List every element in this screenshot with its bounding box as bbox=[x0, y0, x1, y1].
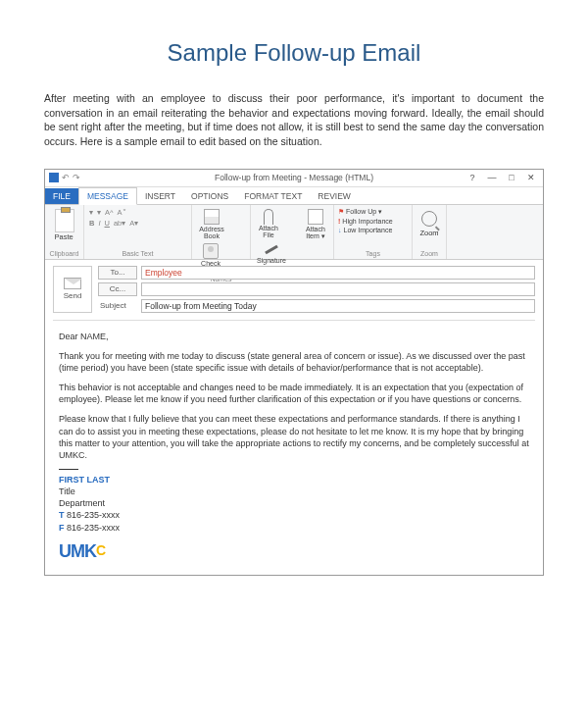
signature-name: FIRST LAST bbox=[59, 474, 529, 486]
signature-title: Title bbox=[59, 486, 529, 497]
send-button[interactable]: Send bbox=[53, 266, 92, 313]
format-row: B I U ab▾ A▾ bbox=[88, 218, 187, 229]
paste-label: Paste bbox=[55, 232, 74, 241]
font-row: ▾▾ A^A˅ bbox=[88, 207, 187, 218]
envelope-icon bbox=[64, 278, 81, 289]
attach-file-label: Attach File bbox=[257, 225, 280, 238]
header-fields: To... Cc... Subject bbox=[98, 266, 535, 316]
address-book-label: Address Book bbox=[198, 226, 225, 239]
cc-button[interactable]: Cc... bbox=[98, 282, 137, 296]
tab-insert[interactable]: INSERT bbox=[137, 188, 183, 204]
signature-icon bbox=[265, 244, 278, 254]
to-button[interactable]: To... bbox=[98, 266, 137, 280]
ribbon-group-basic-text: ▾▾ A^A˅ B I U ab▾ A▾ Basic Text bbox=[84, 205, 192, 259]
body-paragraph-3: Please know that I fully believe that yo… bbox=[59, 413, 529, 461]
cc-input[interactable] bbox=[141, 282, 535, 296]
page-title: Sample Follow-up Email bbox=[44, 39, 544, 67]
follow-up-button[interactable]: ⚑Follow Up ▾ bbox=[338, 207, 408, 217]
grow-font[interactable]: A^ bbox=[104, 208, 115, 217]
flag-icon: ⚑ bbox=[338, 208, 344, 216]
email-body[interactable]: Dear NAME, Thank you for meeting with me… bbox=[53, 320, 535, 569]
ribbon-group-zoom: Zoom Zoom bbox=[413, 205, 447, 259]
attach-item-icon bbox=[308, 209, 323, 225]
greeting: Dear NAME, bbox=[59, 331, 529, 342]
group-label-zoom: Zoom bbox=[420, 250, 438, 257]
zoom-button-label: Zoom bbox=[419, 229, 438, 237]
logo-text-accent: C bbox=[96, 542, 106, 558]
magnifier-icon[interactable] bbox=[421, 211, 437, 227]
intro-paragraph: After meeting with an employee to discus… bbox=[44, 91, 544, 149]
group-label-basic-text: Basic Text bbox=[88, 250, 187, 257]
bold-button[interactable]: B bbox=[88, 219, 95, 228]
send-label: Send bbox=[64, 291, 82, 300]
underline-button[interactable]: U bbox=[104, 219, 111, 228]
outlook-window: ↶ ↷ Follow-up from Meeting - Message (HT… bbox=[44, 169, 544, 576]
ribbon: Paste Clipboard ▾▾ A^A˅ B I U ab▾ A▾ Bas… bbox=[45, 205, 543, 260]
subject-row: Subject bbox=[98, 299, 535, 313]
window-title: Follow-up from Meeting - Message (HTML) bbox=[45, 173, 543, 182]
phone-f-value: 816-235-xxxx bbox=[67, 523, 120, 533]
ribbon-group-names: Address Book Check Names Names bbox=[192, 205, 251, 259]
phone-f-label: F bbox=[59, 523, 65, 533]
signature-department: Department bbox=[59, 497, 529, 509]
attach-item-button[interactable]: Attach Item ▾ bbox=[302, 207, 329, 239]
phone-t-value: 816-235-xxxx bbox=[67, 510, 120, 520]
high-importance-icon: ! bbox=[338, 218, 340, 225]
tab-format-text[interactable]: FORMAT TEXT bbox=[236, 188, 310, 204]
font-color-button[interactable]: A▾ bbox=[128, 219, 139, 228]
signature-phone-f: F 816-235-xxxx bbox=[59, 522, 529, 534]
body-paragraph-2: This behavior is not acceptable and chan… bbox=[59, 382, 529, 405]
document-page: Sample Follow-up Email After meeting wit… bbox=[0, 0, 588, 595]
low-importance-label: Low Importance bbox=[344, 227, 393, 233]
attach-item-label: Attach Item ▾ bbox=[304, 226, 327, 239]
signature-divider bbox=[59, 469, 78, 470]
paperclip-icon bbox=[264, 209, 273, 225]
low-importance-button[interactable]: ↓Low Importance bbox=[338, 226, 408, 234]
phone-t-label: T bbox=[59, 510, 65, 520]
tab-message[interactable]: MESSAGE bbox=[78, 187, 137, 205]
ribbon-group-tags: ⚑Follow Up ▾ !High Importance ↓Low Impor… bbox=[334, 205, 413, 259]
ribbon-group-clipboard: Paste Clipboard bbox=[45, 205, 84, 259]
subject-label: Subject bbox=[98, 301, 137, 310]
attach-file-button[interactable]: Attach File bbox=[255, 207, 282, 239]
high-importance-label: High Importance bbox=[342, 218, 392, 225]
tab-options[interactable]: OPTIONS bbox=[183, 188, 236, 204]
body-paragraph-1: Thank you for meeting with me today to d… bbox=[59, 350, 529, 374]
window-titlebar: ↶ ↷ Follow-up from Meeting - Message (HT… bbox=[45, 170, 543, 187]
font-size-selector[interactable]: ▾ bbox=[96, 208, 102, 217]
to-input[interactable] bbox=[141, 266, 535, 280]
ribbon-group-include: Attach File Attach Item ▾ Signature ▾ In… bbox=[251, 205, 334, 259]
highlight-button[interactable]: ab▾ bbox=[113, 219, 126, 228]
cc-row: Cc... bbox=[98, 282, 535, 296]
paste-button[interactable]: Paste bbox=[55, 207, 74, 241]
to-row: To... bbox=[98, 266, 535, 280]
tab-review[interactable]: REVIEW bbox=[310, 188, 359, 204]
clipboard-icon bbox=[55, 209, 74, 232]
umkc-logo: UMKC bbox=[59, 539, 529, 563]
address-book-icon bbox=[204, 209, 220, 225]
tab-file[interactable]: FILE bbox=[45, 188, 78, 204]
follow-up-label: Follow Up ▾ bbox=[346, 208, 382, 216]
font-selector[interactable]: ▾ bbox=[88, 208, 94, 217]
address-book-button[interactable]: Address Book bbox=[196, 207, 227, 239]
low-importance-icon: ↓ bbox=[338, 227, 342, 233]
italic-button[interactable]: I bbox=[97, 219, 101, 228]
logo-text-main: UMK bbox=[59, 541, 96, 561]
compose-area: Send To... Cc... Subject bbox=[45, 260, 543, 575]
check-names-icon bbox=[203, 243, 219, 259]
shrink-font[interactable]: A˅ bbox=[117, 208, 127, 217]
group-label-clipboard: Clipboard bbox=[50, 250, 79, 257]
ribbon-tabs: FILE MESSAGE INSERT OPTIONS FORMAT TEXT … bbox=[45, 187, 543, 205]
subject-input[interactable] bbox=[141, 299, 535, 313]
compose-header: Send To... Cc... Subject bbox=[53, 266, 535, 316]
group-label-tags: Tags bbox=[338, 250, 408, 257]
signature-phone-t: T 816-235-xxxx bbox=[59, 509, 529, 521]
high-importance-button[interactable]: !High Importance bbox=[338, 217, 408, 226]
